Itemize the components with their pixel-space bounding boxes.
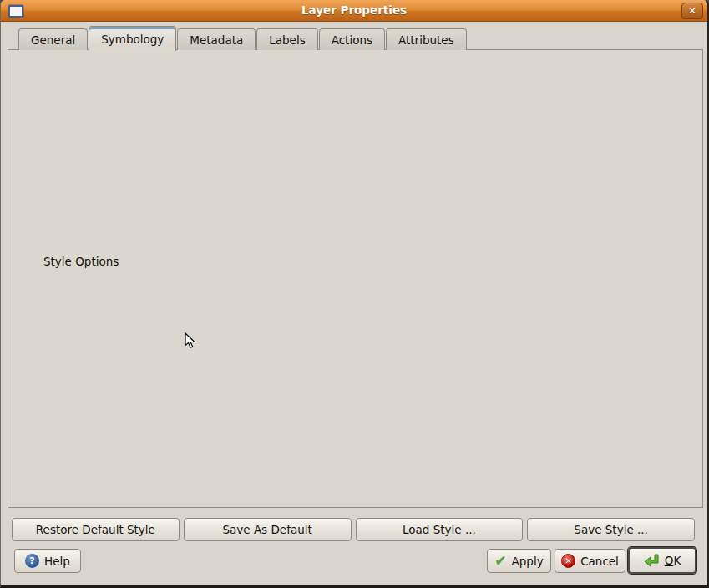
load-style-button[interactable]: Load Style ... [356, 518, 524, 541]
help-icon: ? [25, 554, 39, 568]
symbology-panel [8, 49, 703, 508]
tab-bar: General Symbology Metadata Labels Action… [18, 25, 468, 50]
style-options-title: Style Options [39, 255, 123, 268]
close-icon[interactable]: ✕ [681, 3, 703, 19]
tab-metadata[interactable]: Metadata [177, 28, 256, 50]
titlebar[interactable]: Layer Properties ✕ [1, 0, 707, 22]
style-buttons-row: Restore Default Style Save As Default Lo… [12, 518, 695, 541]
enter-arrow-icon [644, 554, 660, 567]
save-as-default-button[interactable]: Save As Default [184, 518, 352, 541]
ok-button-label: OK [665, 554, 681, 567]
layer-properties-dialog: Layer Properties ✕ General Symbology Met… [0, 0, 709, 588]
cancel-button[interactable]: ✕ Cancel [555, 549, 625, 573]
ok-button[interactable]: OK [628, 547, 696, 574]
help-button[interactable]: ? Help [14, 549, 81, 573]
window-title: Layer Properties [1, 0, 707, 22]
apply-button[interactable]: ✔ Apply [487, 549, 551, 573]
tab-actions[interactable]: Actions [319, 28, 385, 50]
mouse-cursor [185, 332, 196, 352]
cancel-button-label: Cancel [580, 555, 619, 568]
apply-button-label: Apply [512, 555, 544, 568]
help-button-label: Help [44, 555, 70, 568]
tab-general[interactable]: General [18, 28, 88, 50]
restore-default-style-button[interactable]: Restore Default Style [12, 518, 180, 541]
save-style-button[interactable]: Save Style ... [527, 518, 695, 541]
cancel-icon: ✕ [561, 554, 575, 568]
tab-attributes[interactable]: Attributes [386, 28, 467, 50]
tab-symbology[interactable]: Symbology [89, 26, 176, 51]
tab-labels[interactable]: Labels [256, 28, 317, 50]
check-icon: ✔ [494, 554, 506, 568]
